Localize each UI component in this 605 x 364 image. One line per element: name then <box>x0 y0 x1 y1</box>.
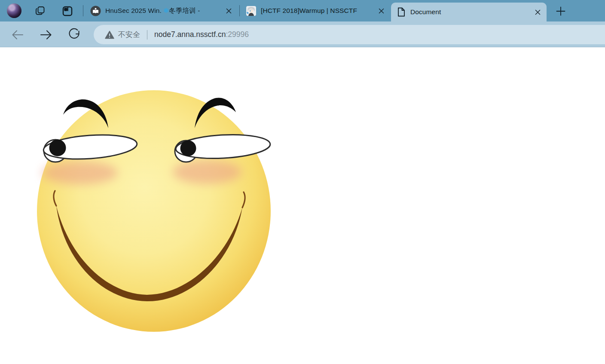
left-blush <box>42 161 118 184</box>
close-icon <box>226 8 232 14</box>
close-tab-button[interactable] <box>224 6 233 15</box>
security-label: 不安全 <box>118 30 140 40</box>
back-button[interactable] <box>10 28 25 42</box>
tab-document[interactable]: Document <box>391 3 547 21</box>
refresh-button[interactable] <box>67 28 82 42</box>
forward-arrow-icon <box>39 28 53 42</box>
close-tab-button[interactable] <box>533 7 542 17</box>
stacked-squares-icon <box>34 6 46 17</box>
back-arrow-icon <box>10 28 25 42</box>
refresh-icon <box>67 28 82 42</box>
close-icon <box>535 9 541 15</box>
url-separator <box>147 30 147 40</box>
url-host: node7.anna.nssctf.cn <box>154 30 226 39</box>
snowflake-glyph: ❄ <box>163 7 169 14</box>
close-tab-button[interactable] <box>376 6 386 15</box>
page-content <box>3 47 605 364</box>
warning-triangle-icon <box>105 31 114 39</box>
tab-separator <box>83 5 83 16</box>
blank-document-icon <box>397 7 406 17</box>
navigation-toolbar: 不安全 node7.anna.nssctf.cn :29996 <box>0 21 605 47</box>
tab-title: HnuSec 2025 Win. ❄冬季培训 - <box>105 6 220 15</box>
address-bar[interactable]: 不安全 node7.anna.nssctf.cn :29996 <box>94 25 605 44</box>
browser-window: { "window": { "tab_bar": { "tabs": [ { "… <box>0 0 605 364</box>
tab-title: Document <box>410 8 529 16</box>
split-window-icon <box>62 6 73 17</box>
workspaces-button[interactable] <box>34 5 46 18</box>
tab-separator <box>239 5 240 16</box>
tab-title: [HCTF 2018]Warmup | NSSCTF <box>261 7 373 15</box>
tab-nssctf[interactable]: [HCTF 2018]Warmup | NSSCTF <box>240 0 390 21</box>
nssctf-anime-avatar-icon <box>246 6 257 16</box>
tab-hnusec[interactable]: HnuSec 2025 Win. ❄冬季培训 - <box>85 0 238 21</box>
profile-avatar[interactable] <box>7 3 21 18</box>
security-badge[interactable]: 不安全 <box>105 30 140 40</box>
smiley-face-image <box>34 86 273 335</box>
tab-layout-button[interactable] <box>61 5 74 18</box>
book-reader-icon <box>90 6 101 16</box>
plus-icon <box>555 6 566 17</box>
forward-button[interactable] <box>39 28 53 42</box>
new-tab-button[interactable] <box>554 5 567 18</box>
left-pupil <box>49 140 66 156</box>
url-port: :29996 <box>226 30 249 39</box>
right-blush <box>173 160 241 184</box>
tab-bar: HnuSec 2025 Win. ❄冬季培训 - [HCTF 2018]Warm… <box>0 0 605 21</box>
close-icon <box>379 8 384 14</box>
right-pupil <box>180 141 196 156</box>
